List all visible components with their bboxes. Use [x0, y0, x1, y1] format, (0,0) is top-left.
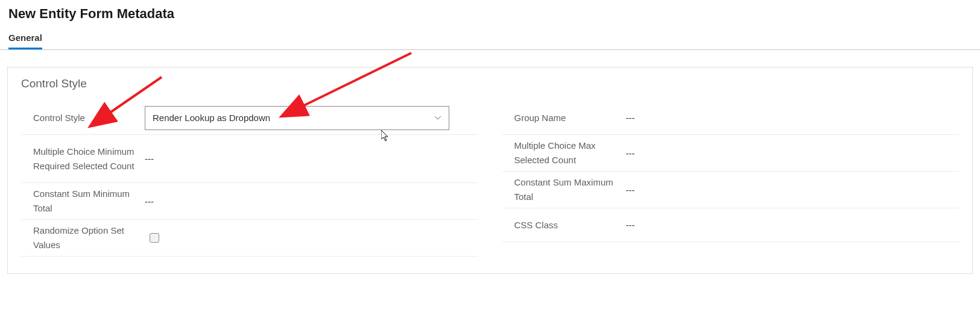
constant-sum-min-row: Constant Sum Minimum Total --- — [21, 183, 478, 220]
multiple-choice-min-row: Multiple Choice Minimum Required Selecte… — [21, 135, 478, 183]
control-style-selected: Render Lookup as Dropdown — [153, 113, 270, 123]
multiple-choice-max-row: Multiple Choice Max Selected Count --- — [502, 135, 959, 172]
tab-general[interactable]: General — [8, 33, 42, 49]
section-title: Control Style — [21, 77, 959, 90]
multiple-choice-min-value[interactable]: --- — [145, 154, 154, 164]
control-style-label: Control Style — [21, 111, 145, 125]
group-name-label: Group Name — [502, 111, 626, 125]
multiple-choice-min-label: Multiple Choice Minimum Required Selecte… — [21, 145, 145, 173]
group-name-row: Group Name --- — [502, 101, 959, 135]
constant-sum-max-value[interactable]: --- — [626, 185, 635, 195]
multiple-choice-max-label: Multiple Choice Max Selected Count — [502, 139, 626, 167]
constant-sum-min-value[interactable]: --- — [145, 196, 154, 207]
group-name-value[interactable]: --- — [626, 113, 635, 123]
control-style-dropdown[interactable]: Render Lookup as Dropdown — [145, 106, 449, 130]
constant-sum-max-label: Constant Sum Maximum Total — [502, 175, 626, 204]
right-column: Group Name --- Multiple Choice Max Selec… — [502, 101, 959, 257]
tab-strip: General — [0, 22, 980, 50]
left-column: Control Style Render Lookup as Dropdown … — [21, 101, 478, 257]
field-columns: Control Style Render Lookup as Dropdown … — [21, 101, 959, 257]
css-class-label: CSS Class — [502, 218, 626, 232]
control-style-section: Control Style Control Style Render Looku… — [7, 67, 973, 274]
constant-sum-min-label: Constant Sum Minimum Total — [21, 187, 145, 216]
randomize-checkbox[interactable] — [150, 233, 159, 243]
chevron-down-icon — [434, 113, 441, 123]
css-class-value[interactable]: --- — [626, 220, 635, 230]
multiple-choice-max-value[interactable]: --- — [626, 148, 635, 158]
css-class-row: CSS Class --- — [502, 208, 959, 242]
page-title: New Entity Form Metadata — [0, 0, 980, 22]
randomize-row: Randomize Option Set Values — [21, 220, 478, 257]
randomize-label: Randomize Option Set Values — [21, 223, 145, 252]
control-style-row: Control Style Render Lookup as Dropdown — [21, 101, 478, 135]
constant-sum-max-row: Constant Sum Maximum Total --- — [502, 172, 959, 208]
